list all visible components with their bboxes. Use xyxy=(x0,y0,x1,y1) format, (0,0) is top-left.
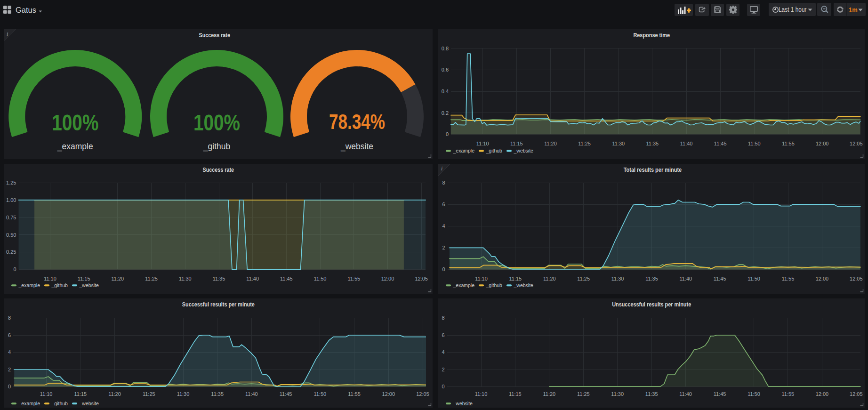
svg-text:11:25: 11:25 xyxy=(145,276,158,281)
svg-text:8: 8 xyxy=(442,315,444,321)
svg-text:11:10: 11:10 xyxy=(40,391,52,397)
svg-text:i: i xyxy=(7,31,8,37)
svg-text:11:35: 11:35 xyxy=(645,276,658,281)
svg-text:6: 6 xyxy=(442,332,444,338)
svg-text:100%: 100% xyxy=(52,110,98,135)
svg-text:11:50: 11:50 xyxy=(313,276,326,281)
svg-text:_github: _github xyxy=(202,142,230,152)
svg-text:11:55: 11:55 xyxy=(348,391,361,397)
svg-text:0.75: 0.75 xyxy=(6,215,16,220)
svg-text:0.6: 0.6 xyxy=(441,67,448,72)
svg-text:11:30: 11:30 xyxy=(611,276,624,281)
svg-text:_website: _website xyxy=(79,282,99,288)
svg-text:11:15: 11:15 xyxy=(77,276,90,281)
svg-text:11:40: 11:40 xyxy=(679,391,692,397)
svg-text:11:35: 11:35 xyxy=(212,276,225,281)
svg-text:12:00: 12:00 xyxy=(815,391,828,397)
svg-text:11:40: 11:40 xyxy=(680,141,692,146)
svg-text:0: 0 xyxy=(8,384,10,389)
svg-text:11:15: 11:15 xyxy=(74,391,87,397)
svg-text:11:10: 11:10 xyxy=(476,141,489,146)
svg-text:_github: _github xyxy=(51,282,68,288)
svg-text:11:55: 11:55 xyxy=(781,391,794,397)
svg-text:Response time: Response time xyxy=(633,32,670,39)
svg-text:12:05: 12:05 xyxy=(415,276,428,281)
svg-text:_example: _example xyxy=(452,148,474,153)
svg-text:6: 6 xyxy=(442,201,445,207)
svg-text:11:40: 11:40 xyxy=(246,276,259,281)
svg-text:0.2: 0.2 xyxy=(441,110,448,116)
svg-text:0.25: 0.25 xyxy=(6,249,16,255)
svg-text:Success rate: Success rate xyxy=(202,166,234,173)
svg-text:11:20: 11:20 xyxy=(108,391,121,397)
svg-text:1.25: 1.25 xyxy=(6,180,16,185)
svg-text:11:25: 11:25 xyxy=(577,276,590,281)
svg-text:12:00: 12:00 xyxy=(815,276,828,281)
svg-text:12:05: 12:05 xyxy=(416,391,429,397)
svg-text:11:25: 11:25 xyxy=(578,141,591,146)
svg-text:4: 4 xyxy=(442,223,445,229)
svg-text:11:30: 11:30 xyxy=(177,391,189,397)
svg-text:_example: _example xyxy=(18,401,40,406)
svg-text:11:30: 11:30 xyxy=(178,276,191,281)
svg-text:11:55: 11:55 xyxy=(782,141,795,146)
svg-text:8: 8 xyxy=(8,315,10,321)
svg-text:11:15: 11:15 xyxy=(509,276,522,281)
svg-text:11:15: 11:15 xyxy=(509,391,522,397)
svg-text:11:45: 11:45 xyxy=(279,391,292,397)
svg-text:_website: _website xyxy=(513,148,533,153)
svg-text:11:30: 11:30 xyxy=(611,391,624,397)
svg-text:11:20: 11:20 xyxy=(543,391,555,397)
svg-text:_website: _website xyxy=(79,401,99,406)
svg-text:11:45: 11:45 xyxy=(713,391,726,397)
svg-text:11:50: 11:50 xyxy=(747,391,760,397)
svg-text:i: i xyxy=(441,165,442,172)
svg-text:11:20: 11:20 xyxy=(111,276,124,281)
svg-text:_website: _website xyxy=(513,282,533,288)
svg-text:Successful results per minute: Successful results per minute xyxy=(182,301,254,308)
svg-text:11:10: 11:10 xyxy=(474,391,487,397)
svg-text:11:15: 11:15 xyxy=(510,141,522,146)
svg-text:0.50: 0.50 xyxy=(6,232,16,238)
svg-text:_example: _example xyxy=(452,282,474,288)
svg-text:0: 0 xyxy=(445,131,448,137)
svg-text:11:55: 11:55 xyxy=(347,276,360,281)
svg-text:2: 2 xyxy=(8,367,10,372)
svg-text:12:05: 12:05 xyxy=(850,141,863,146)
svg-text:Unsuccessful results per minut: Unsuccessful results per minute xyxy=(612,301,691,308)
svg-text:0.4: 0.4 xyxy=(441,88,448,94)
svg-text:11:50: 11:50 xyxy=(313,391,326,397)
svg-text:11:35: 11:35 xyxy=(211,391,224,397)
svg-text:6: 6 xyxy=(8,332,10,338)
svg-text:1.00: 1.00 xyxy=(6,197,16,203)
svg-text:11:45: 11:45 xyxy=(280,276,293,281)
svg-text:Success rate: Success rate xyxy=(199,32,230,39)
svg-text:0: 0 xyxy=(13,266,16,272)
svg-text:_website: _website xyxy=(340,142,373,152)
svg-text:11:25: 11:25 xyxy=(142,391,155,397)
svg-text:78.34%: 78.34% xyxy=(329,111,385,133)
svg-text:4: 4 xyxy=(442,349,444,355)
svg-text:2: 2 xyxy=(442,367,444,372)
svg-text:11:20: 11:20 xyxy=(543,276,555,281)
svg-text:Total results per minute: Total results per minute xyxy=(623,166,682,173)
svg-text:11:25: 11:25 xyxy=(577,391,589,397)
svg-text:4: 4 xyxy=(8,349,10,355)
svg-text:11:20: 11:20 xyxy=(544,141,557,146)
svg-text:100%: 100% xyxy=(193,110,240,135)
svg-text:11:30: 11:30 xyxy=(612,141,625,146)
svg-text:_website: _website xyxy=(452,401,473,406)
svg-text:_github: _github xyxy=(485,148,502,153)
svg-text:12:00: 12:00 xyxy=(815,141,828,146)
svg-text:_github: _github xyxy=(485,282,502,288)
svg-text:11:45: 11:45 xyxy=(713,276,726,281)
svg-text:0: 0 xyxy=(442,384,444,389)
svg-text:12:00: 12:00 xyxy=(381,276,394,281)
svg-text:_example: _example xyxy=(18,282,40,288)
svg-text:11:55: 11:55 xyxy=(781,276,794,281)
svg-text:11:50: 11:50 xyxy=(747,276,760,281)
svg-text:2: 2 xyxy=(442,245,445,250)
svg-text:0.8: 0.8 xyxy=(441,46,448,51)
svg-text:8: 8 xyxy=(442,180,445,185)
svg-text:12:00: 12:00 xyxy=(382,391,395,397)
